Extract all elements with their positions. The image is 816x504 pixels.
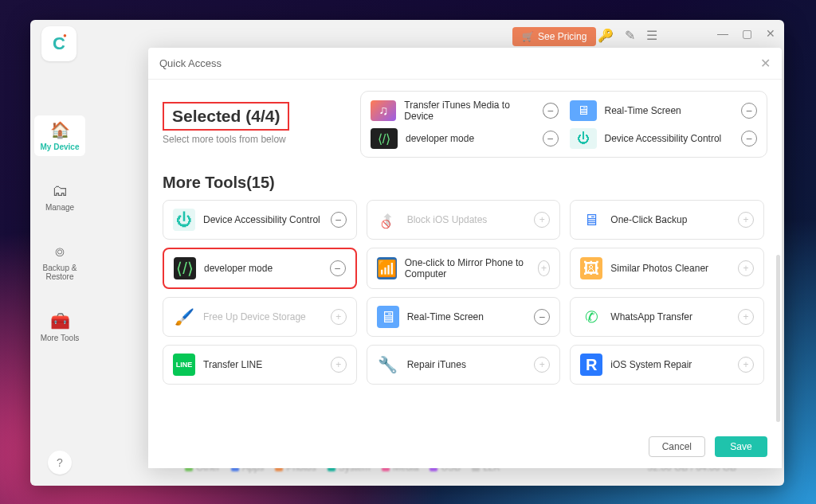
selected-tools-grid: ♫ Transfer iTunes Media to Device – 🖥 Re…	[360, 91, 767, 158]
line-icon: LINE	[173, 354, 195, 376]
tool-card-similar-photos[interactable]: 🖼 Similar Photos Cleaner +	[570, 248, 764, 289]
sidebar-item-label: My Device	[41, 143, 80, 151]
tool-label: Real-Time Screen	[407, 311, 484, 322]
tool-card-free-storage[interactable]: 🖌️ Free Up Device Storage +	[163, 297, 357, 337]
camera-icon: ⌾	[55, 242, 65, 260]
add-button[interactable]: +	[738, 357, 754, 373]
remove-button[interactable]: –	[330, 260, 346, 276]
sidebar-item-more-tools[interactable]: 🧰 More Tools	[34, 307, 85, 347]
more-tools-grid: ⏻ Device Accessibility Control – ⬆︎🚫 Blo…	[163, 200, 767, 385]
tool-label: WhatsApp Transfer	[610, 311, 692, 322]
screen-icon: 🖥	[377, 306, 399, 328]
block-icon: ⬆︎🚫	[377, 209, 399, 231]
whatsapp-icon: ✆	[580, 306, 602, 328]
selected-subtext: Select more tools from below	[163, 134, 346, 145]
selected-tool-item: ⟨/⟩ developer mode –	[371, 128, 559, 149]
tool-label: Device Accessibility Control	[605, 133, 722, 144]
toggle-icon: ⏻	[570, 128, 597, 149]
sidebar-item-my-device[interactable]: 🏠 My Device	[34, 115, 85, 156]
toolbox-icon: 🧰	[50, 311, 70, 330]
remove-button[interactable]: –	[331, 212, 347, 228]
add-button[interactable]: +	[534, 212, 550, 228]
tool-card-repair-itunes[interactable]: 🔧 Repair iTunes +	[367, 345, 561, 385]
selected-tool-item: ⏻ Device Accessibility Control –	[570, 128, 758, 149]
wifi-icon: 📶	[377, 257, 397, 279]
modal-footer: Cancel Save	[148, 427, 782, 468]
tool-label: iOS System Repair	[610, 359, 692, 370]
add-button[interactable]: +	[738, 309, 754, 325]
app-logo: C	[41, 26, 76, 61]
add-button[interactable]: +	[534, 357, 550, 373]
remove-button[interactable]: –	[534, 309, 550, 325]
sidebar-item-label: More Tools	[41, 334, 80, 342]
add-button[interactable]: +	[331, 309, 347, 325]
modal-header: Quick Access ✕	[148, 48, 782, 80]
more-tools-heading: More Tools(15)	[163, 174, 767, 192]
help-button[interactable]: ?	[48, 451, 72, 475]
modal-body: Selected (4/4) Select more tools from be…	[148, 80, 782, 427]
developer-icon: ⟨/⟩	[371, 128, 398, 149]
sidebar: 🏠 My Device 🗂 Manage ⌾ Backup & Restore …	[30, 20, 89, 486]
backup-icon: 🖥	[580, 209, 602, 231]
itunes-icon: ♫	[371, 100, 396, 121]
tool-label: Real-Time Screen	[605, 105, 681, 116]
save-button[interactable]: Save	[715, 436, 767, 457]
remove-button[interactable]: –	[543, 131, 559, 147]
remove-button[interactable]: –	[543, 103, 558, 119]
tool-label: Transfer iTunes Media to Device	[404, 100, 535, 122]
tool-label: Device Accessibility Control	[203, 214, 320, 225]
add-button[interactable]: +	[538, 260, 551, 276]
sidebar-item-label: Manage	[45, 203, 74, 212]
sidebar-item-backup-restore[interactable]: ⌾ Backup & Restore	[34, 237, 85, 286]
add-button[interactable]: +	[331, 357, 347, 373]
brush-icon: 🖌️	[173, 306, 195, 328]
cancel-button[interactable]: Cancel	[649, 436, 705, 457]
tool-card-one-click-backup[interactable]: 🖥 One-Click Backup +	[570, 200, 764, 240]
add-button[interactable]: +	[738, 212, 754, 228]
tool-label: Transfer LINE	[203, 359, 262, 370]
tool-label: Block iOS Updates	[407, 214, 488, 225]
home-icon: 🏠	[50, 120, 70, 139]
tool-card-whatsapp[interactable]: ✆ WhatsApp Transfer +	[570, 297, 764, 337]
folder-icon: 🗂	[52, 182, 68, 200]
selected-tool-item: ♫ Transfer iTunes Media to Device –	[371, 100, 559, 122]
tool-label: One-Click Backup	[610, 214, 687, 225]
wrench-icon: 🔧	[377, 354, 399, 376]
tool-card-developer-mode[interactable]: ⟨/⟩ developer mode –	[163, 248, 357, 289]
tool-label: Free Up Device Storage	[203, 311, 306, 322]
tool-card-accessibility[interactable]: ⏻ Device Accessibility Control –	[163, 200, 357, 240]
selected-tool-item: 🖥 Real-Time Screen –	[570, 100, 758, 122]
tool-label: developer mode	[204, 263, 273, 274]
tool-label: One-click to Mirror Phone to Computer	[405, 257, 530, 280]
remove-button[interactable]: –	[741, 131, 757, 147]
add-button[interactable]: +	[738, 260, 754, 276]
screen-icon: 🖥	[570, 100, 597, 121]
tool-label: developer mode	[406, 133, 474, 144]
remove-button[interactable]: –	[741, 103, 757, 119]
developer-icon: ⟨/⟩	[174, 257, 196, 279]
app-window: C 🛒 See Pricing 🔑 ✎ ☰ — ▢ ✕ 🏠 My Device …	[30, 20, 784, 486]
main-area: ✎ › ✎ 🖌️ Other Apps Photos System Media …	[89, 20, 784, 486]
tool-card-mirror[interactable]: 📶 One-click to Mirror Phone to Computer …	[367, 248, 561, 289]
sidebar-item-manage[interactable]: 🗂 Manage	[34, 177, 85, 217]
sidebar-item-label: Backup & Restore	[34, 264, 85, 281]
modal-close-icon[interactable]: ✕	[760, 56, 771, 71]
scrollbar[interactable]	[776, 255, 780, 422]
tool-card-real-time-screen[interactable]: 🖥 Real-Time Screen –	[367, 297, 561, 337]
tool-label: Repair iTunes	[407, 359, 466, 370]
tool-card-line[interactable]: LINE Transfer LINE +	[163, 345, 357, 385]
tool-card-block-updates[interactable]: ⬆︎🚫 Block iOS Updates +	[367, 200, 561, 240]
tool-label: Similar Photos Cleaner	[610, 263, 708, 274]
modal-title: Quick Access	[159, 57, 222, 69]
tool-card-ios-repair[interactable]: R iOS System Repair +	[570, 345, 764, 385]
ios-icon: R	[580, 354, 602, 376]
quick-access-modal: Quick Access ✕ Selected (4/4) Select mor…	[148, 48, 782, 468]
photos-icon: 🖼	[580, 257, 602, 279]
selected-count-label: Selected (4/4)	[163, 102, 289, 131]
toggle-icon: ⏻	[173, 209, 195, 231]
